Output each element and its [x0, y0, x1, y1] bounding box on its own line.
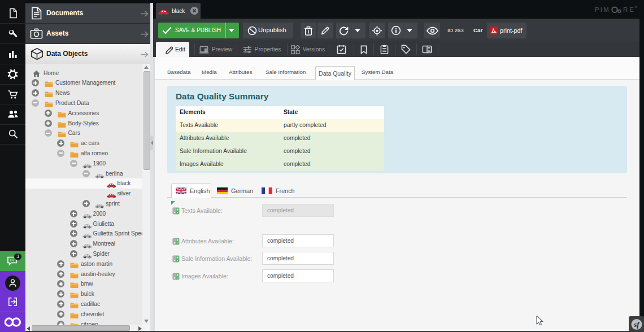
svg-text:RE: RE — [623, 6, 636, 13]
svg-text:sf: sf — [633, 320, 640, 329]
svg-text:PIM: PIM — [595, 6, 610, 13]
